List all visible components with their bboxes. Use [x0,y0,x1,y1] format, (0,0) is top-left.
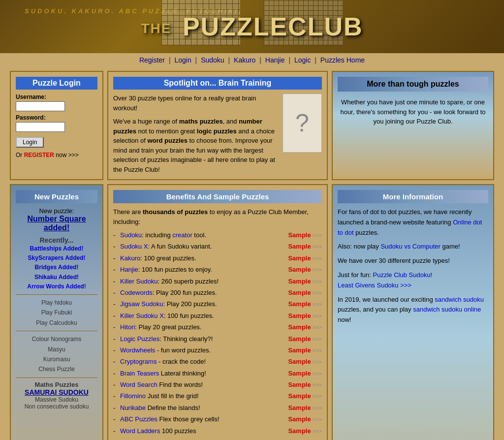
sample-wordladders[interactable]: Sample [288,425,311,437]
login-panel-header: Puzzle Login [16,77,97,90]
nav-puzzles-home[interactable]: Puzzles Home [320,56,365,64]
row-2: New Puzzles New puzzle: Number Square ad… [10,184,494,440]
puzzle-row-logic: - Logic Puzzles: Thinking clearly?! Samp… [113,333,322,345]
nav-register[interactable]: Register [139,56,165,64]
sample-killer[interactable]: Sample [288,276,311,287]
sample-killerx[interactable]: Sample [288,310,311,321]
sample-logic[interactable]: Sample [288,333,311,345]
masyu[interactable]: Masyu [16,345,97,354]
puzzle-link-abc[interactable]: ABC Puzzles [120,415,158,423]
colour-nonograms[interactable]: Colour Nonograms [16,334,97,344]
more-info-header: More Information [338,190,488,203]
site-title: THE PUZZLECLUB [141,12,363,41]
sudoku-vs-computer-link[interactable]: Sudoku vs Computer [380,243,440,250]
sample-jigsaw[interactable]: Sample [288,298,311,310]
sample-abc[interactable]: Sample [288,413,311,425]
puzzle-link-killerx[interactable]: Killer Sudoku X [120,312,164,319]
more-info-p2: Also: now play Sudoku vs Computer game! [338,242,488,252]
username-input[interactable] [16,101,65,111]
puzzle-link-nurikabe[interactable]: Nurikabe [120,404,146,411]
sample-sudokux[interactable]: Sample [288,241,311,252]
puzzle-link-jigsaw[interactable]: Jigsaw Sudoku [120,300,163,308]
puzzle-link-hanjie[interactable]: Hanjie [120,266,138,273]
puzzle-row-sudokux: - Sudoku X: A fun Sudoku variant. Sample… [113,241,322,252]
nav-login[interactable]: Login [174,56,191,64]
spotlight-content: Over 30 puzzle types online for a really… [113,94,322,174]
sample-sudoku[interactable]: Sample [288,229,311,241]
sandwich-sudoku-online-link[interactable]: sandwich sudoku online [413,306,481,313]
recently-shikaku[interactable]: Shikaku Added! [16,273,97,282]
spotlight-image: ? [283,94,322,153]
divider-2 [16,331,97,331]
play-hidoku[interactable]: Play hidoku [16,298,97,308]
nav-hanjie[interactable]: Hanjie [265,56,285,64]
puzzle-link-kakuro[interactable]: Kakuro [120,254,140,262]
recently-skyscrapers[interactable]: SkyScrapers Added! [16,253,97,263]
sample-cryptograms[interactable]: Sample [288,356,311,367]
puzzle-list: - Sudoku: including creator tool. Sample… [113,229,322,440]
sample-kakuro[interactable]: Sample [288,252,311,264]
nav-logic[interactable]: Logic [294,56,311,64]
login-panel: Puzzle Login Username: Password: Login O… [10,71,103,180]
least-givens-link[interactable]: Least Givens Sudoku >>> [338,282,411,289]
samurai-sudoku-link[interactable]: SAMURAI SUDOKU [16,388,97,396]
puzzle-row-hanjie: - Hanjie: 100 fun puzzles to enjoy. Samp… [113,264,322,275]
massive-sudoku-link[interactable]: Massive Sudoku [16,396,97,403]
puzzle-link-brainteasers[interactable]: Brain Teasers [120,370,159,377]
password-input[interactable] [16,122,65,132]
play-fubuki[interactable]: Play Fubuki [16,308,97,317]
sample-wordwheels[interactable]: Sample [288,345,311,356]
recently-arrowwords[interactable]: Arrow Words Added! [16,282,97,291]
puzzle-row-cryptograms: - Cryptograms - crack the code! Sample >… [113,356,322,367]
puzzle-row-abc: - ABC Puzzles Flex those grey cells! Sam… [113,413,322,425]
sample-wordsearch[interactable]: Sample [288,379,311,390]
sample-hanjie[interactable]: Sample [288,264,311,275]
puzzle-link-killer[interactable]: Killer Sudoku [120,278,158,285]
sample-hitori[interactable]: Sample [288,321,311,333]
new-puzzles-content: New puzzle: Number Square added! Recentl… [16,207,97,410]
new-puzzles-header: New Puzzles [16,190,97,203]
sample-brainteasers[interactable]: Sample [288,368,311,379]
puzzle-club-sudoku-link[interactable]: Puzzle Club Sudoku! [373,271,433,279]
puzzle-row-kakuro: - Kakuro: 100 great puzzles. Sample >>> [113,252,322,264]
puzzle-link-wordwheels[interactable]: Wordwheels [120,346,155,354]
sandwich-sudoku-link[interactable]: sandwich sudoku [435,296,484,303]
username-label: Username: [16,94,97,100]
puzzle-link-hitori[interactable]: Hitori [120,323,135,331]
more-info-p4: Just for fun: Puzzle Club Sudoku! Least … [338,270,488,291]
tough-text: Whether you have just one minute to spar… [338,95,488,128]
kuromasu[interactable]: Kuromasu [16,354,97,364]
puzzle-link-codewords[interactable]: Codewords [120,289,153,296]
puzzle-link-logic[interactable]: Logic Puzzles [120,335,159,343]
register-link[interactable]: REGISTER [24,152,54,158]
puzzle-link-sudoku[interactable]: Sudoku [120,231,142,239]
sample-codewords[interactable]: Sample [288,287,311,298]
spotlight-text: Over 30 puzzle types online for a really… [113,94,278,174]
puzzle-link-fillomino[interactable]: Fillomino [120,392,146,400]
divider-1 [16,294,97,295]
puzzle-link-wordladders[interactable]: Word Ladders [120,427,160,435]
puzzle-link-wordsearch[interactable]: Word Search [120,381,158,388]
recently-battleships[interactable]: Battleships Added! [16,244,97,253]
header-banner: THE PUZZLECLUB SUDOKU. KAKURO. ABC PUZZL… [0,0,504,53]
chess-puzzle[interactable]: Chess Puzzle [16,364,97,374]
nav-kakuro[interactable]: Kakuro [234,56,255,64]
puzzle-link-cryptograms[interactable]: Cryptograms [120,358,157,365]
nav-bar: Register | Login | Sudoku | Kakuro | Han… [0,53,504,67]
sample-atoz[interactable]: Sample [288,437,311,440]
tough-panel: More than tough puzzles Whether you have… [332,71,494,180]
register-prompt: Or REGISTER now >>> [16,152,97,158]
play-calcudoku[interactable]: Play Calcudoku [16,318,97,328]
more-info-content: For fans of dot to dot puzzles, we have … [338,207,488,325]
puzzle-link-sudokux[interactable]: Sudoku X [120,243,148,250]
sample-fillomino[interactable]: Sample [288,390,311,402]
sample-nurikabe[interactable]: Sample [288,402,311,413]
puzzle-link-creator[interactable]: creator [172,231,192,239]
recently-bridges[interactable]: Bridges Added! [16,263,97,272]
login-button[interactable]: Login [16,137,44,148]
non-consecutive-link[interactable]: Non consecutive sudoku [16,403,97,410]
new-puzzle-name-link[interactable]: Number Square added! [27,215,86,232]
nav-sudoku[interactable]: Sudoku [201,56,224,64]
row-1: Puzzle Login Username: Password: Login O… [10,71,494,180]
spotlight-panel: Spotlight on... Brain Training Over 30 p… [107,71,328,180]
